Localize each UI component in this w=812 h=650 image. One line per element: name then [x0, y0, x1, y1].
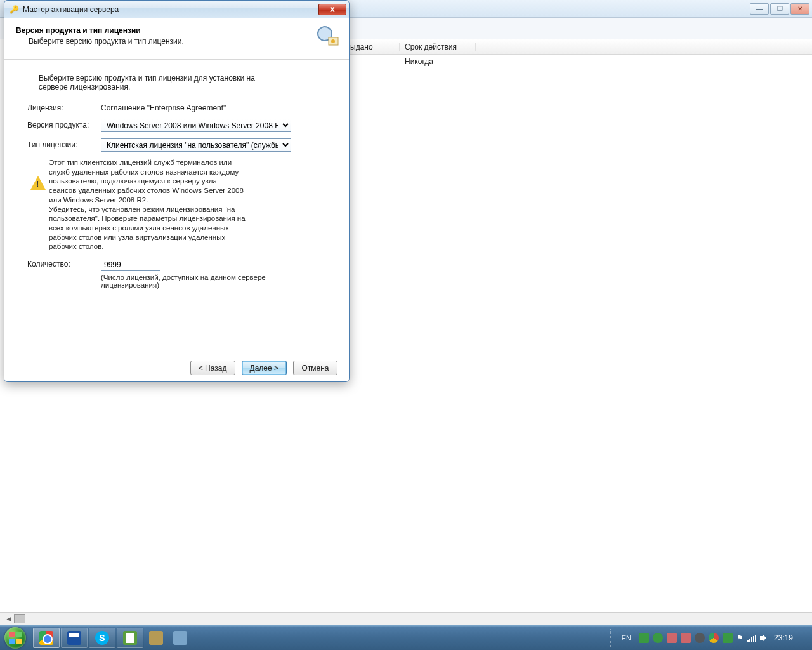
- wizard-header-subtitle: Выберите версию продукта и тип лицензии.: [16, 37, 337, 46]
- tray-icon[interactable]: [639, 633, 649, 643]
- license-value: Соглашение "Enterprise Agreement": [101, 102, 334, 112]
- start-button[interactable]: [0, 625, 30, 651]
- wizard-titlebar[interactable]: 🔑 Мастер активации сервера X: [4, 1, 349, 18]
- quantity-input[interactable]: [101, 258, 160, 271]
- activation-wizard-dialog: 🔑 Мастер активации сервера X Версия прод…: [4, 0, 350, 382]
- app-icon: [173, 631, 187, 645]
- show-desktop-button[interactable]: [802, 625, 808, 651]
- wizard-footer: < Назад Далее > Отмена: [4, 354, 349, 381]
- key-icon: 🔑: [10, 5, 19, 14]
- tray-icon[interactable]: [723, 633, 733, 643]
- clock[interactable]: 23:19: [774, 633, 793, 642]
- license-label: Лицензия:: [27, 102, 101, 112]
- chrome-icon: [39, 631, 53, 645]
- next-button[interactable]: Далее >: [242, 361, 287, 375]
- product-version-label: Версия продукта:: [27, 119, 101, 129]
- quantity-hint: (Число лицензий, доступных на данном сер…: [101, 274, 285, 289]
- minimize-button[interactable]: —: [750, 3, 769, 15]
- maximize-button[interactable]: ❐: [770, 3, 789, 15]
- warning-icon: [27, 158, 49, 251]
- app-icon: [149, 631, 163, 645]
- tray-icon[interactable]: [667, 633, 677, 643]
- wizard-header-title: Версия продукта и тип лицензии: [16, 26, 337, 35]
- intro-text: Выберите версию продукта и тип лицензии …: [39, 74, 267, 91]
- tray-icon[interactable]: [653, 633, 663, 643]
- taskbar: S EN ⚑ 23:19: [0, 625, 812, 650]
- tray-icon[interactable]: [695, 633, 705, 643]
- taskbar-app-skype[interactable]: S: [89, 628, 115, 648]
- wizard-title: Мастер активации сервера: [23, 5, 318, 14]
- parent-close-button[interactable]: ✕: [790, 3, 809, 15]
- wizard-body: Выберите версию продукта и тип лицензии …: [4, 60, 349, 289]
- taskbar-app-5[interactable]: [145, 628, 167, 648]
- license-type-description: Этот тип клиентских лицензий служб терми…: [49, 158, 246, 251]
- svg-point-2: [331, 39, 335, 43]
- back-button[interactable]: < Назад: [190, 361, 235, 375]
- chrome-tray-icon[interactable]: [709, 633, 719, 643]
- col-expiry[interactable]: Срок действия: [400, 43, 476, 51]
- tray-separator: [610, 629, 614, 647]
- flag-icon[interactable]: ⚑: [737, 633, 743, 642]
- taskbar-app-6[interactable]: [169, 628, 192, 648]
- taskbar-app-save[interactable]: [61, 628, 88, 648]
- doc-icon: [123, 631, 137, 645]
- hscroll-thumb[interactable]: [14, 614, 25, 623]
- network-icon[interactable]: [747, 633, 756, 642]
- product-version-select[interactable]: Windows Server 2008 или Windows Server 2…: [101, 119, 291, 132]
- disk-icon: [67, 631, 81, 645]
- taskbar-app-doc[interactable]: [117, 628, 143, 648]
- certificate-icon: [316, 25, 340, 49]
- taskbar-app-chrome[interactable]: [33, 628, 60, 648]
- license-type-label: Тип лицензии:: [27, 138, 101, 149]
- skype-icon: S: [95, 631, 109, 645]
- license-type-select[interactable]: Клиентская лицензия "на пользователя" (с…: [101, 138, 291, 152]
- cancel-button[interactable]: Отмена: [293, 361, 337, 375]
- wizard-close-button[interactable]: X: [318, 4, 346, 15]
- parent-statusbar: ◄: [0, 612, 812, 625]
- language-indicator[interactable]: EN: [619, 633, 634, 643]
- wizard-header: Версия продукта и тип лицензии Выберите …: [4, 18, 349, 59]
- volume-icon[interactable]: [760, 633, 769, 642]
- system-tray: EN ⚑ 23:19: [610, 625, 812, 651]
- quantity-label: Количество:: [27, 258, 101, 269]
- tray-icon[interactable]: [681, 633, 691, 643]
